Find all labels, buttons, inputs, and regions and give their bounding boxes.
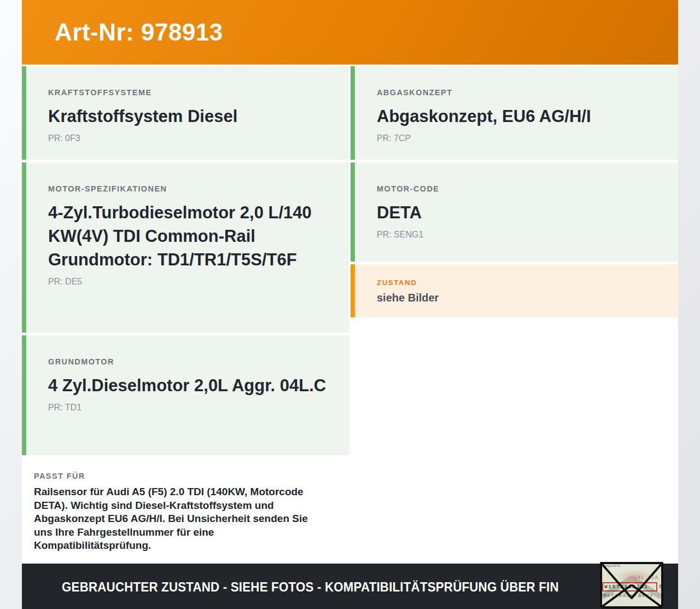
passt-fuer-section: PASST FÜR Railsensor für Audi A5 (F5) 2.… [22,458,349,564]
card-pr-code: PR: TD1 [48,403,327,413]
vin-document-image: Fahrgestell-Nr. |4| A|A W1571463J31 7 Me… [600,562,663,608]
fitment-description: Railsensor für Audi A5 (F5) 2.0 TDI (140… [34,485,328,553]
card-title: Abgaskonzept, EU6 AG/H/I [377,105,656,128]
zustand-value: siehe Bilder [377,292,656,304]
footer-bar: GEBRAUCHTER ZUSTAND - SIEHE FOTOS - KOMP… [22,564,678,609]
right-column: ABGASKONZEPT Abgaskonzept, EU6 AG/H/I PR… [351,66,678,564]
card-label: ABGASKONZEPT [377,88,656,97]
card-title: 4-Zyl.Turbodieselmotor 2,0 L/140 KW(4V) … [48,201,327,271]
card-motor-code: MOTOR-CODE DETA PR: SENG1 [351,163,678,262]
card-pr-code: PR: 0F3 [48,134,327,143]
card-title: 4 Zyl.Dieselmotor 2,0L Aggr. 04L.C [48,374,327,397]
left-column: KRAFTSTOFFSYSTEME Kraftstoffsystem Diese… [22,66,349,564]
card-zustand: ZUSTAND siehe Bilder [351,264,678,317]
card-title: DETA [377,201,656,224]
spec-cards-grid: KRAFTSTOFFSYSTEME Kraftstoffsystem Diese… [22,66,678,564]
card-label: ZUSTAND [377,279,656,287]
header-banner: Art-Nr: 978913 [22,0,678,65]
card-motor-spezifikationen: MOTOR-SPEZIFIKATIONEN 4-Zyl.Turbodieselm… [22,163,349,333]
card-abgaskonzept: ABGASKONZEPT Abgaskonzept, EU6 AG/H/I PR… [351,66,678,160]
card-pr-code: PR: DE5 [48,277,327,287]
footer-note: GEBRAUCHTER ZUSTAND - SIEHE FOTOS - KOMP… [62,580,559,595]
card-label: PASST FÜR [34,472,328,480]
card-label: MOTOR-SPEZIFIKATIONEN [48,184,327,193]
listing-page: Art-Nr: 978913 KRAFTSTOFFSYSTEME Kraftst… [0,0,700,609]
listing-card: Art-Nr: 978913 KRAFTSTOFFSYSTEME Kraftst… [22,0,678,609]
card-title: Kraftstoffsystem Diesel [48,105,327,128]
envelope-icon [600,562,663,608]
card-kraftstoffsysteme: KRAFTSTOFFSYSTEME Kraftstoffsystem Diese… [22,66,349,160]
card-grundmotor: GRUNDMOTOR 4 Zyl.Dieselmotor 2,0L Aggr. … [22,335,349,455]
card-label: GRUNDMOTOR [48,357,327,366]
card-label: KRAFTSTOFFSYSTEME [48,88,327,97]
card-pr-code: PR: SENG1 [377,230,656,240]
card-label: MOTOR-CODE [377,184,656,193]
card-pr-code: PR: 7CP [377,134,656,143]
art-nr-title: Art-Nr: 978913 [55,19,223,46]
